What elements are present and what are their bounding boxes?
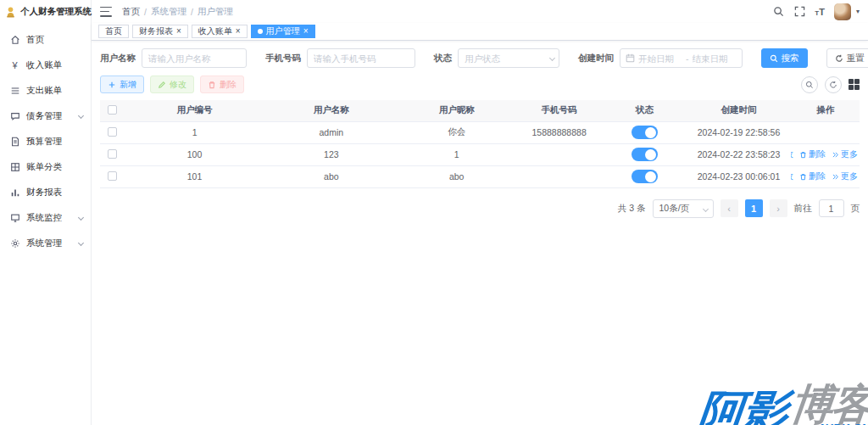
sidebar-item-label: 系统管理 (26, 238, 62, 249)
sidebar-item-home[interactable]: 首页 (0, 27, 91, 53)
app-title: 个人财务管理系统 (20, 6, 92, 18)
tab-home[interactable]: 首页 (98, 25, 129, 38)
username-input[interactable] (142, 48, 247, 68)
row-checkbox[interactable] (108, 149, 117, 159)
status-toggle[interactable] (632, 148, 658, 161)
table-row[interactable]: 1 admin 你会 15888888888 2024-02-19 22:58:… (100, 121, 860, 143)
chevron-down-icon[interactable]: ▾ (856, 8, 860, 15)
delete-button[interactable]: 删除 (200, 75, 244, 93)
col-actions: 操作 (791, 100, 860, 121)
prev-page-button[interactable]: ‹ (721, 199, 738, 217)
col-phone[interactable]: 手机号码 (515, 100, 603, 121)
table-row[interactable]: 100 123 1 2024-02-22 23:58:23 修改 (100, 143, 860, 165)
sidebar-item-category[interactable]: 账单分类 (0, 154, 91, 180)
chevron-down-icon (78, 214, 84, 220)
edit-icon (158, 81, 166, 89)
breadcrumb-system[interactable]: 系统管理 (151, 6, 186, 18)
close-icon[interactable]: × (176, 27, 181, 36)
col-status[interactable]: 状态 (603, 100, 687, 121)
breadcrumb-home[interactable]: 首页 (122, 6, 140, 18)
search-button[interactable]: 搜索 (761, 48, 808, 68)
sidebar-item-label: 财务报表 (26, 187, 62, 199)
sidebar-menu: 首页 ¥ 收入账单 支出账单 债务管理 (0, 24, 91, 256)
refresh-icon (829, 81, 837, 89)
comment-icon (9, 111, 20, 122)
tab-report[interactable]: 财务报表 × (132, 25, 188, 38)
double-arrow-icon (832, 151, 839, 159)
chevron-down-icon (702, 205, 708, 211)
sidebar-item-monitor[interactable]: 系统监控 (0, 205, 91, 231)
tab-income[interactable]: 收入账单 × (192, 25, 248, 38)
font-size-icon[interactable]: TT (815, 7, 825, 17)
sidebar-item-budget[interactable]: 预算管理 (0, 129, 91, 154)
user-table: 用户编号 用户名称 用户昵称 手机号码 状态 创建时间 操作 1 admin (100, 100, 860, 188)
column-settings-button[interactable] (849, 79, 860, 90)
page-content: 用户名称 手机号码 状态 创建时间 - (92, 41, 868, 425)
sidebar-item-expense[interactable]: 支出账单 (0, 78, 91, 103)
username-label: 用户名称 (100, 53, 136, 64)
col-user-id[interactable]: 用户编号 (125, 100, 265, 121)
status-select[interactable] (458, 48, 559, 68)
row-checkbox[interactable] (108, 171, 117, 181)
reset-button[interactable]: 重置 (826, 48, 868, 68)
row-edit-button[interactable]: 修改 (791, 148, 793, 160)
document-icon (9, 137, 20, 148)
monitor-icon (9, 213, 20, 224)
double-arrow-icon (832, 173, 839, 181)
pagination: 共 3 条 10条/页 ‹ 1 › 前往 页 (100, 199, 860, 218)
row-more-button[interactable]: 更多 (832, 171, 858, 182)
end-date-input[interactable] (693, 53, 737, 64)
sidebar-item-income[interactable]: ¥ 收入账单 (0, 53, 91, 78)
row-delete-button[interactable]: 删除 (799, 171, 826, 182)
sidebar-item-report[interactable]: 财务报表 (0, 180, 91, 205)
page-size-select[interactable]: 10条/页 (653, 199, 714, 218)
start-date-input[interactable] (638, 53, 682, 64)
row-checkbox[interactable] (108, 127, 117, 137)
close-icon[interactable]: × (303, 27, 309, 36)
select-all-checkbox[interactable] (108, 105, 117, 115)
status-toggle[interactable] (632, 126, 658, 139)
goto-page-input[interactable] (819, 199, 844, 217)
trash-icon (799, 173, 807, 181)
close-icon[interactable]: × (236, 27, 241, 36)
grid-icon (9, 162, 20, 173)
trophy-icon (4, 6, 17, 19)
phone-input[interactable] (307, 48, 415, 68)
sidebar-item-system[interactable]: 系统管理 (0, 231, 91, 256)
row-edit-button[interactable]: 修改 (791, 171, 793, 182)
table-row[interactable]: 101 abo abo 2024-02-23 00:06:01 修改 (100, 165, 860, 187)
hide-search-button[interactable] (801, 76, 818, 93)
bar-chart-icon (9, 187, 20, 199)
col-created[interactable]: 创建时间 (687, 100, 792, 121)
col-user-name[interactable]: 用户名称 (264, 100, 398, 121)
edit-button[interactable]: 修改 (150, 75, 194, 93)
search-icon[interactable] (772, 6, 784, 18)
goto-unit: 页 (851, 203, 860, 215)
sidebar-item-label: 首页 (26, 34, 44, 46)
row-more-button[interactable]: 更多 (832, 148, 858, 160)
refresh-button[interactable] (825, 76, 842, 93)
breadcrumb: 首页 / 系统管理 / 用户管理 (122, 6, 233, 18)
next-page-button[interactable]: › (770, 199, 787, 217)
sidebar-toggle-icon[interactable] (100, 7, 112, 17)
total-count: 共 3 条 (618, 203, 646, 215)
fullscreen-icon[interactable] (793, 6, 805, 18)
filter-form: 用户名称 手机号码 状态 创建时间 - (100, 48, 860, 68)
avatar[interactable] (834, 3, 851, 20)
created-time-label: 创建时间 (578, 53, 614, 64)
table-header-row: 用户编号 用户名称 用户昵称 手机号码 状态 创建时间 操作 (100, 100, 860, 121)
date-range-picker[interactable]: - (620, 48, 743, 68)
status-toggle[interactable] (632, 170, 658, 183)
page-number-1[interactable]: 1 (745, 199, 763, 217)
add-button[interactable]: 新增 (100, 75, 144, 93)
status-select-input[interactable] (458, 48, 559, 68)
app-logo[interactable]: 个人财务管理系统 (0, 0, 91, 24)
row-delete-button[interactable]: 删除 (799, 148, 826, 160)
chevron-down-icon (78, 112, 84, 118)
sidebar-item-debt[interactable]: 债务管理 (0, 103, 91, 129)
tab-user-management[interactable]: 用户管理 × (251, 25, 315, 38)
gear-icon (9, 238, 20, 249)
col-nickname[interactable]: 用户昵称 (398, 100, 515, 121)
main-area: 首页 / 系统管理 / 用户管理 TT ▾ 首页 (92, 0, 868, 425)
table-tools (801, 76, 860, 93)
